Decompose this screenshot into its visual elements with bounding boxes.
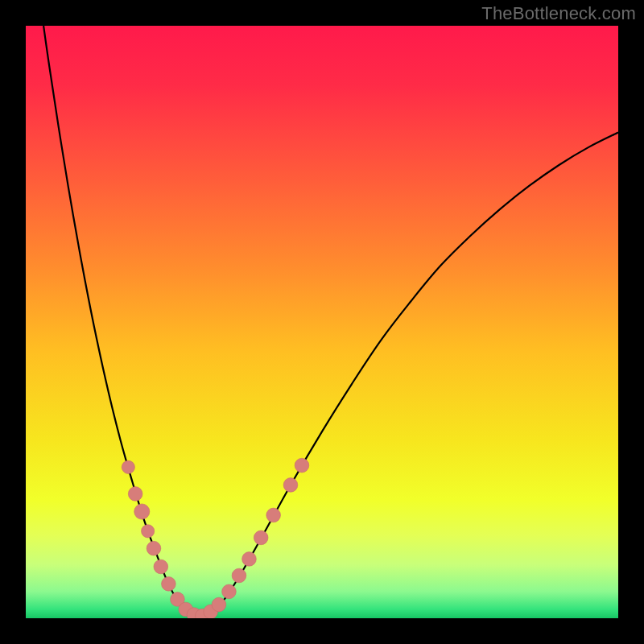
data-marker <box>232 568 246 583</box>
data-marker <box>283 478 298 493</box>
data-marker <box>295 458 309 473</box>
plot-area <box>26 26 618 618</box>
data-marker <box>222 584 237 599</box>
data-marker <box>134 504 150 519</box>
data-marker <box>147 541 161 555</box>
data-marker <box>162 576 176 591</box>
data-marker <box>122 460 134 473</box>
data-marker <box>266 508 281 522</box>
data-marker <box>242 552 257 567</box>
plot-svg <box>26 26 618 618</box>
data-marker <box>142 525 155 538</box>
data-marker <box>128 487 142 502</box>
data-marker <box>154 559 168 574</box>
chart-frame: TheBottleneck.com <box>0 0 644 644</box>
data-marker <box>254 530 268 545</box>
gradient-background <box>26 26 618 618</box>
data-marker <box>212 597 226 612</box>
watermark-text: TheBottleneck.com <box>481 3 636 24</box>
